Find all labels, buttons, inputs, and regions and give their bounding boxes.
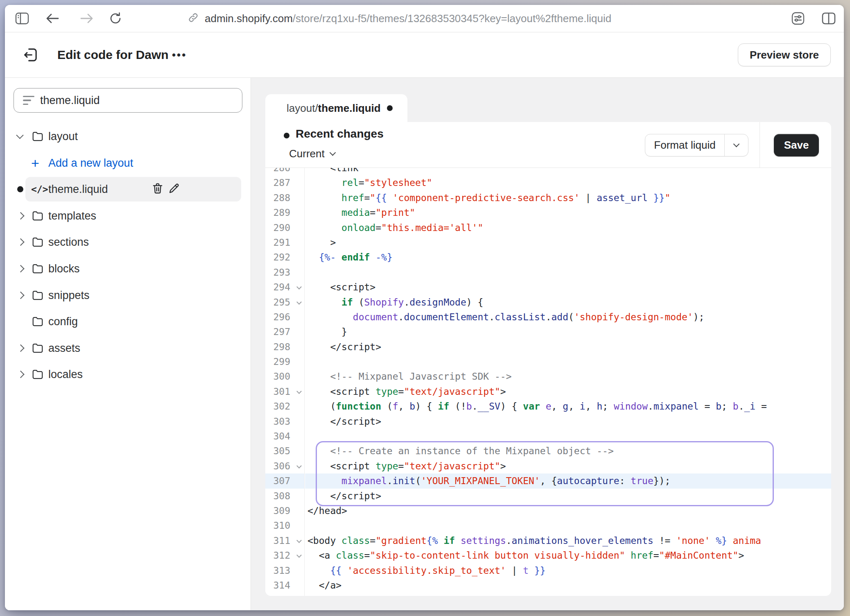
- save-button[interactable]: Save: [774, 134, 819, 156]
- line-number: 311: [265, 533, 304, 548]
- preview-store-button[interactable]: Preview store: [738, 43, 831, 66]
- code-line-305[interactable]: <!-- Create an instance of the Mixpanel …: [305, 444, 831, 458]
- sidebar-folder-snippets[interactable]: snippets: [5, 283, 251, 308]
- code-line-302[interactable]: (function (f, b) { if (!b.__SV) { var e,…: [305, 399, 831, 414]
- code-line-299[interactable]: [305, 354, 831, 369]
- tab-theme-liquid[interactable]: layout/theme.liquid: [265, 94, 407, 122]
- code-line-309[interactable]: </head>: [305, 503, 831, 518]
- code-fold-toggle-icon[interactable]: [296, 389, 302, 394]
- folder-icon: [31, 368, 44, 380]
- browser-window: admin.shopify.com/store/rzq1xu-f5/themes…: [5, 5, 844, 610]
- line-number: 307: [265, 473, 304, 488]
- line-number: 302: [265, 399, 304, 414]
- format-liquid-button[interactable]: Format liquid: [645, 134, 748, 156]
- code-line-314[interactable]: </a>: [305, 578, 831, 593]
- folder-icon: [31, 315, 44, 328]
- code-line-296[interactable]: document.documentElement.classList.add('…: [305, 310, 831, 324]
- url-host: admin.shopify.com: [205, 12, 293, 25]
- code-pane[interactable]: <link rel="stylesheet" href="{{ 'compone…: [305, 168, 831, 596]
- sidebar-toggle-icon[interactable]: [15, 11, 29, 26]
- sidebar-folder-blocks[interactable]: blocks: [5, 256, 251, 281]
- code-fold-toggle-icon[interactable]: [296, 299, 302, 305]
- line-number: 292: [265, 250, 304, 265]
- pencil-icon[interactable]: [168, 182, 180, 197]
- code-line-306[interactable]: <script type="text/javascript">: [305, 459, 831, 473]
- code-fold-toggle-icon[interactable]: [296, 284, 302, 290]
- chevron-down-icon[interactable]: [16, 131, 23, 139]
- chevron-down-icon: [329, 149, 336, 156]
- line-number: 296: [265, 310, 304, 324]
- code-line-287[interactable]: rel="stylesheet": [305, 175, 831, 190]
- reload-icon[interactable]: [108, 11, 123, 26]
- version-selector[interactable]: Current: [289, 147, 335, 160]
- tree-item-label: layout: [48, 130, 78, 143]
- code-editor[interactable]: 2862872882892902912922932942952962972982…: [265, 168, 831, 596]
- code-line-295[interactable]: if (Shopify.designMode) {: [305, 295, 831, 310]
- sidebar-folder-config[interactable]: config: [5, 309, 251, 334]
- sidebar-file-theme.liquid[interactable]: </>theme.liquid: [5, 177, 251, 202]
- split-view-icon[interactable]: [821, 11, 836, 26]
- exit-editor-icon[interactable]: [21, 46, 39, 64]
- line-number: 313: [265, 563, 304, 578]
- code-fold-toggle-icon[interactable]: [296, 463, 302, 469]
- more-actions-icon[interactable]: •••: [172, 49, 187, 61]
- code-line-307[interactable]: mixpanel.init('YOUR_MIXPANEL_TOKEN', {au…: [305, 473, 831, 488]
- tree-item-label: sections: [48, 236, 89, 249]
- browser-toolbar: admin.shopify.com/store/rzq1xu-f5/themes…: [5, 5, 844, 32]
- code-line-293[interactable]: [305, 265, 831, 280]
- code-line-291[interactable]: >: [305, 235, 831, 250]
- sidebar-folder-layout[interactable]: layout: [5, 124, 251, 149]
- forward-icon[interactable]: [79, 11, 94, 26]
- folder-icon: [31, 263, 44, 275]
- code-line-304[interactable]: [305, 429, 831, 444]
- version-selector-label: Current: [289, 147, 325, 160]
- address-bar[interactable]: admin.shopify.com/store/rzq1xu-f5/themes…: [188, 5, 611, 32]
- code-line-311[interactable]: <body class="gradient{% if settings.anim…: [305, 533, 831, 548]
- sidebar-folder-templates[interactable]: templates: [5, 204, 251, 228]
- chevron-right-icon[interactable]: [17, 265, 24, 272]
- line-number: 310: [265, 518, 304, 533]
- code-line-312[interactable]: <a class="skip-to-content-link button vi…: [305, 548, 831, 563]
- file-sidebar: layout+Add a new layout</>theme.liquidte…: [5, 78, 251, 610]
- code-line-310[interactable]: [305, 518, 831, 533]
- chevron-right-icon[interactable]: [17, 238, 24, 246]
- code-line-308[interactable]: </script>: [305, 489, 831, 503]
- sidebar-action-add-a-new-layout[interactable]: +Add a new layout: [5, 151, 251, 175]
- chevron-down-icon: [733, 141, 740, 147]
- code-fold-toggle-icon[interactable]: [296, 538, 302, 543]
- code-line-290[interactable]: onload="this.media='all'": [305, 220, 831, 235]
- code-line-294[interactable]: <script>: [305, 280, 831, 294]
- back-icon[interactable]: [45, 11, 60, 26]
- chevron-right-icon[interactable]: [17, 371, 24, 378]
- line-number: 293: [265, 265, 304, 280]
- recent-changes-title: Recent changes: [296, 127, 384, 140]
- code-line-313[interactable]: {{ 'accessibility.skip_to_text' | t }}: [305, 563, 831, 578]
- plus-icon: +: [31, 156, 39, 170]
- code-line-289[interactable]: media="print": [305, 205, 831, 220]
- chevron-right-icon[interactable]: [17, 212, 24, 220]
- code-line-303[interactable]: </script>: [305, 414, 831, 429]
- code-fold-toggle-icon[interactable]: [296, 553, 302, 558]
- line-number: 303: [265, 414, 304, 429]
- format-options-chevron[interactable]: [725, 134, 748, 156]
- sidebar-folder-locales[interactable]: locales: [5, 362, 251, 387]
- line-number: 306: [265, 459, 304, 473]
- code-line-301[interactable]: <script type="text/javascript">: [305, 384, 831, 399]
- code-line-288[interactable]: href="{{ 'component-predictive-search.cs…: [305, 190, 831, 205]
- line-number: 314: [265, 578, 304, 593]
- url-text: admin.shopify.com/store/rzq1xu-f5/themes…: [205, 12, 611, 25]
- line-number: 305: [265, 444, 304, 458]
- trash-icon[interactable]: [151, 182, 164, 197]
- chevron-right-icon[interactable]: [17, 344, 24, 352]
- line-number-gutter: 2862872882892902912922932942952962972982…: [265, 168, 305, 596]
- code-line-292[interactable]: {%- endif -%}: [305, 250, 831, 265]
- code-line-286[interactable]: <link: [305, 168, 831, 175]
- chevron-right-icon[interactable]: [17, 291, 24, 299]
- code-line-300[interactable]: <!-- Mixpanel Javascript SDK -->: [305, 369, 831, 384]
- sidebar-folder-assets[interactable]: assets: [5, 336, 251, 360]
- code-line-297[interactable]: }: [305, 324, 831, 339]
- sidebar-folder-sections[interactable]: sections: [5, 230, 251, 254]
- code-line-298[interactable]: </script>: [305, 340, 831, 354]
- tree-item-label: blocks: [48, 263, 80, 275]
- page-settings-icon[interactable]: [791, 11, 805, 26]
